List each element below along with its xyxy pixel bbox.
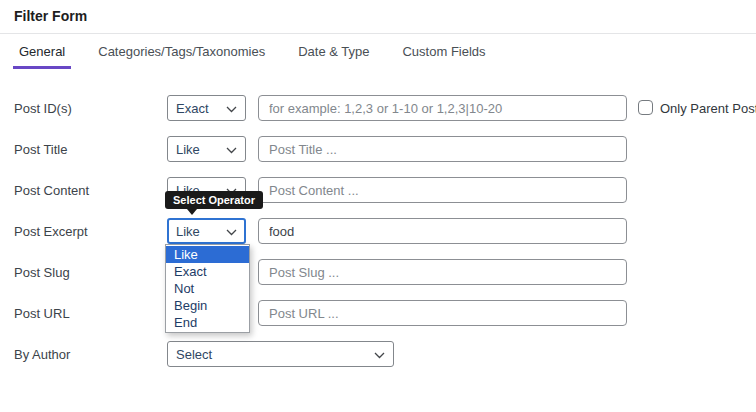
select-operator-tooltip-text: Select Operator bbox=[173, 194, 255, 206]
post-title-operator-select[interactable]: Like bbox=[167, 136, 246, 162]
post-content-input[interactable] bbox=[258, 177, 627, 203]
by-author-select[interactable]: Select bbox=[167, 341, 394, 367]
dropdown-option-exact[interactable]: Exact bbox=[166, 263, 249, 280]
post-title-input[interactable] bbox=[258, 136, 627, 162]
post-slug-input[interactable] bbox=[258, 259, 627, 285]
post-content-label: Post Content bbox=[14, 183, 89, 198]
post-url-label: Post URL bbox=[14, 306, 70, 321]
dropdown-option-like[interactable]: Like bbox=[166, 246, 249, 263]
post-ids-operator-select[interactable]: Exact bbox=[167, 95, 246, 121]
post-excerpt-input[interactable] bbox=[258, 218, 627, 244]
post-excerpt-operator-select[interactable]: Like bbox=[167, 218, 246, 244]
tab-custom-fields[interactable]: Custom Fields bbox=[396, 38, 491, 69]
post-excerpt-operator-value: Like bbox=[176, 224, 200, 239]
chevron-down-icon bbox=[226, 140, 237, 158]
by-author-select-value: Select bbox=[176, 347, 212, 362]
post-title-label: Post Title bbox=[14, 142, 67, 157]
post-ids-label: Post ID(s) bbox=[14, 101, 72, 116]
by-author-label: By Author bbox=[14, 347, 70, 362]
form-row-post-ids: Post ID(s) Exact Only Parent Posts bbox=[0, 95, 756, 121]
post-ids-input[interactable] bbox=[258, 95, 627, 121]
filter-form-panel: Filter Form General Categories/Tags/Taxo… bbox=[0, 0, 756, 412]
form-row-post-url: Post URL Like bbox=[0, 300, 756, 326]
post-ids-operator-value: Exact bbox=[176, 101, 209, 116]
form-row-post-title: Post Title Like bbox=[0, 136, 756, 162]
page-title: Filter Form bbox=[14, 8, 87, 24]
only-parent-posts-label: Only Parent Posts bbox=[660, 101, 756, 116]
form-row-post-slug: Post Slug Like bbox=[0, 259, 756, 285]
post-url-input[interactable] bbox=[258, 300, 627, 326]
post-title-operator-value: Like bbox=[176, 142, 200, 157]
chevron-down-icon bbox=[226, 99, 237, 117]
form-row-post-content: Post Content Like bbox=[0, 177, 756, 203]
tab-categories-tags-taxonomies[interactable]: Categories/Tags/Taxonomies bbox=[92, 38, 271, 69]
tab-date-and-type[interactable]: Date & Type bbox=[292, 38, 375, 69]
post-excerpt-label: Post Excerpt bbox=[14, 224, 88, 239]
header-divider bbox=[0, 33, 756, 34]
select-operator-tooltip: Select Operator bbox=[165, 191, 263, 209]
only-parent-posts-checkbox[interactable] bbox=[638, 100, 653, 115]
form-row-post-excerpt: Post Excerpt Like bbox=[0, 218, 756, 244]
post-slug-label: Post Slug bbox=[14, 265, 70, 280]
dropdown-option-not[interactable]: Not bbox=[166, 280, 249, 297]
dropdown-option-begin[interactable]: Begin bbox=[166, 297, 249, 314]
chevron-down-icon bbox=[374, 345, 385, 363]
form-row-by-author: By Author Select bbox=[0, 341, 756, 367]
dropdown-option-end[interactable]: End bbox=[166, 314, 249, 331]
tab-general[interactable]: General bbox=[13, 38, 71, 69]
tab-bar: General Categories/Tags/Taxonomies Date … bbox=[13, 38, 492, 69]
chevron-down-icon bbox=[226, 222, 237, 240]
operator-dropdown-list: Like Exact Not Begin End bbox=[165, 244, 250, 333]
